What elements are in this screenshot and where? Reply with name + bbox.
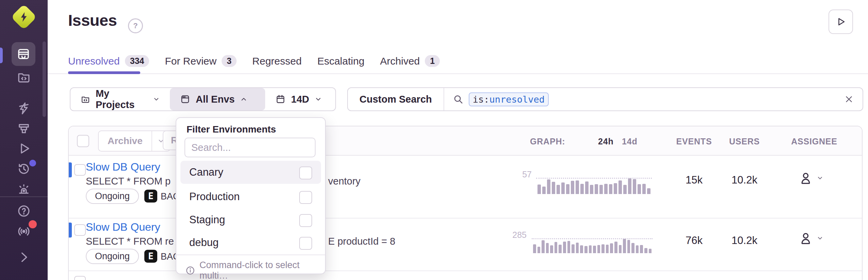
project-name: BAC xyxy=(161,191,176,202)
window-icon xyxy=(180,94,190,104)
events-sparkline xyxy=(537,178,650,194)
issue-title-link[interactable]: Slow DB Query xyxy=(86,161,160,173)
sidebar-item-performance[interactable] xyxy=(0,101,48,116)
sidebar-item-projects[interactable] xyxy=(0,70,48,84)
issues-icon xyxy=(16,47,31,61)
projects-filter-label: My Projects xyxy=(96,88,147,110)
sidebar-item-replays[interactable] xyxy=(0,141,48,156)
issue-title-link[interactable]: Slow DB Query xyxy=(86,221,160,233)
column-header-assignee: ASSIGNEE xyxy=(784,137,845,146)
archive-button[interactable]: Archive xyxy=(99,131,151,151)
replay-tour-button[interactable] xyxy=(829,10,853,34)
environment-search-input[interactable] xyxy=(184,138,316,157)
environment-option-debug[interactable]: debug xyxy=(180,232,321,253)
graph-period-14d[interactable]: 14d xyxy=(622,137,637,146)
lightning-icon xyxy=(17,101,31,116)
sidebar-item-history[interactable] xyxy=(0,162,48,176)
row-checkbox[interactable] xyxy=(74,164,86,176)
users-count: 10.2k xyxy=(717,234,772,247)
help-icon xyxy=(17,204,31,218)
row-checkbox[interactable] xyxy=(74,276,86,280)
environments-filter-label: All Envs xyxy=(196,94,235,105)
chevron-down-icon xyxy=(817,175,823,181)
tab-count-badge: 1 xyxy=(425,55,440,67)
graph-max-label: 57 xyxy=(487,170,532,179)
assignee-dropdown[interactable] xyxy=(798,171,823,186)
sidebar-item-help[interactable] xyxy=(0,204,48,218)
chevron-up-icon xyxy=(240,95,247,103)
tabs-divider xyxy=(48,73,868,74)
page-title: Issues xyxy=(68,11,117,30)
sidebar-item-releases[interactable] xyxy=(0,122,48,136)
siren-icon xyxy=(17,182,31,196)
search-icon xyxy=(453,94,463,104)
page-help-icon[interactable]: ? xyxy=(128,18,143,33)
clear-search-icon[interactable] xyxy=(844,94,854,104)
projects-filter-button[interactable]: My Projects xyxy=(70,88,170,110)
environment-option-canary[interactable]: Canary xyxy=(180,161,321,184)
events-sparkline xyxy=(533,239,652,253)
tab-label: Escalating xyxy=(317,55,364,67)
environment-option-production[interactable]: Production xyxy=(180,186,321,208)
history-notification-dot xyxy=(29,160,36,167)
sidebar-item-whats-new[interactable] xyxy=(0,224,48,239)
tab-count-badge: 3 xyxy=(222,55,237,67)
tab-archived[interactable]: Archived 1 xyxy=(380,55,440,67)
select-all-checkbox[interactable] xyxy=(77,135,89,147)
tab-count-badge: 334 xyxy=(125,55,149,67)
tab-escalating[interactable]: Escalating xyxy=(317,55,364,67)
dropdown-title: Filter Environments xyxy=(187,124,276,135)
environments-filter-button[interactable]: All Envs xyxy=(170,88,265,110)
clock-history-icon xyxy=(17,162,31,176)
unread-indicator xyxy=(69,223,72,238)
assignee-dropdown[interactable] xyxy=(798,231,823,246)
search-token[interactable]: is:unresolved xyxy=(469,92,549,106)
status-badge: Ongoing xyxy=(86,189,139,204)
row-checkbox[interactable] xyxy=(74,224,86,236)
environment-option-label: Canary xyxy=(189,166,223,178)
events-count: 76k xyxy=(667,234,721,247)
issue-culprit: SELECT * FROM re xyxy=(86,236,176,247)
info-icon xyxy=(185,265,195,276)
search-bar: Custom Search is:unresolved xyxy=(347,87,863,111)
environment-checkbox[interactable] xyxy=(299,214,312,227)
project-name: BAC xyxy=(161,251,176,262)
date-range-filter-label: 14D xyxy=(291,94,309,105)
environment-option-label: Production xyxy=(189,191,240,203)
sentry-logo[interactable] xyxy=(12,5,36,29)
archive-split-button: Archive xyxy=(98,130,171,152)
tab-unresolved[interactable]: Unresolved 334 xyxy=(68,55,149,67)
environment-checkbox[interactable] xyxy=(299,237,312,250)
play-icon xyxy=(17,141,31,156)
tab-regressed[interactable]: Regressed xyxy=(252,55,302,67)
chevron-down-icon xyxy=(153,95,160,103)
tab-label: Unresolved xyxy=(68,55,120,67)
environment-checkbox[interactable] xyxy=(299,167,312,179)
whats-new-notification-dot xyxy=(29,220,37,228)
issue-culprit-continued: ventory xyxy=(328,176,360,187)
person-icon xyxy=(798,231,813,246)
custom-search-button[interactable]: Custom Search xyxy=(348,88,444,110)
sidebar-scrollbar[interactable] xyxy=(43,41,46,117)
chevron-down-icon xyxy=(817,235,823,242)
play-icon xyxy=(836,17,846,27)
issue-culprit: SELECT * FROM p xyxy=(86,176,176,187)
sidebar-collapse-button[interactable] xyxy=(0,250,48,264)
tab-for-review[interactable]: For Review 3 xyxy=(165,55,237,67)
environment-filter-dropdown: Filter Environments Canary Production St… xyxy=(176,117,326,274)
dropdown-footer-text: Command-click to select multi… xyxy=(199,260,325,280)
environment-checkbox[interactable] xyxy=(299,191,312,204)
calendar-icon xyxy=(275,94,286,104)
environment-option-label: Staging xyxy=(189,214,225,226)
sidebar xyxy=(0,0,48,280)
issue-state-tabs: Unresolved 334 For Review 3 Regressed Es… xyxy=(68,55,440,67)
sidebar-item-issues[interactable] xyxy=(12,42,35,66)
environment-option-staging[interactable]: Staging xyxy=(180,209,321,231)
date-range-filter-button[interactable]: 14D xyxy=(265,88,337,110)
sidebar-item-alerts[interactable] xyxy=(0,182,48,196)
graph-period-24h[interactable]: 24h xyxy=(598,137,613,146)
graph-max-label: 285 xyxy=(482,230,527,240)
column-header-users: USERS xyxy=(717,137,772,146)
issue-search-input[interactable]: is:unresolved xyxy=(444,88,863,110)
lightning-bolt-logo-icon xyxy=(12,5,36,29)
